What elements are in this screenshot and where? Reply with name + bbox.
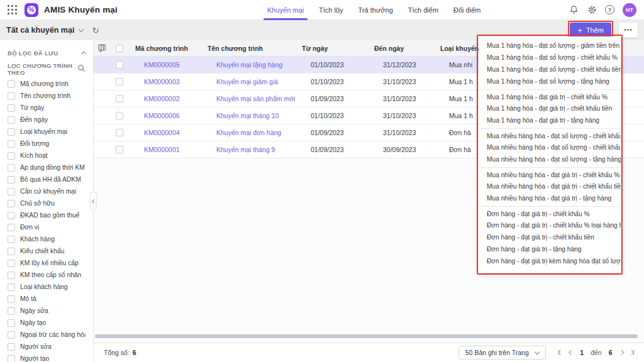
checkbox[interactable] [8,80,15,88]
column-settings-icon[interactable] [94,44,110,52]
nav-tab[interactable]: Tích lũy [319,0,343,20]
column-header-from[interactable]: Từ ngày [296,45,368,52]
filter-item[interactable]: Mô tả [0,293,93,305]
first-page-button[interactable] [558,350,563,355]
checkbox[interactable] [8,128,15,136]
filter-item[interactable]: Đơn vị [0,221,93,233]
checkbox[interactable] [8,283,15,291]
saved-filters-section[interactable]: BỘ LỌC ĐÃ LƯU [0,45,93,61]
view-title[interactable]: Tất cả khuyến mại [6,26,74,35]
dropdown-item[interactable]: Mua 1 hàng hóa - đạt số lượng - tặng hàn… [479,75,621,87]
checkbox[interactable] [8,307,15,315]
filter-item[interactable]: Người sửa [0,341,93,353]
checkbox[interactable] [8,164,15,172]
checkbox[interactable] [8,188,15,195]
nav-tab[interactable]: Trả thưởng [358,0,393,20]
checkbox[interactable] [8,116,15,124]
search-icon[interactable] [77,64,86,74]
row-name-link[interactable]: Khuyến mại đơn hàng [201,129,296,136]
checkbox[interactable] [8,260,15,267]
filter-item[interactable]: Mã chương trình [0,78,93,90]
row-name-link[interactable]: Khuyến mại sản phẩm mới [201,95,296,102]
filter-item[interactable]: Khách hàng [0,233,93,245]
checkbox[interactable] [8,355,15,362]
row-name-link[interactable]: Khuyến mại tháng 9 [201,146,296,153]
row-code-link[interactable]: KM0000005 [129,61,201,69]
dropdown-item[interactable]: Mua nhiều hàng hóa - đạt số lượng - chiế… [479,141,621,153]
checkbox[interactable] [8,176,15,184]
filter-item[interactable]: Ngoại trừ các hàng hóa [0,329,93,341]
filter-item[interactable]: Tên chương trình [0,90,93,102]
dropdown-item[interactable]: Đơn hàng - đạt giá trị kèm hàng hóa đạt … [479,255,621,267]
filter-item[interactable]: Từ ngày [0,102,93,114]
apps-grid-icon[interactable] [8,5,17,14]
checkbox[interactable] [8,248,15,255]
row-name-link[interactable]: Khuyến mại tháng 10 [201,112,296,119]
checkbox[interactable] [8,152,15,160]
refresh-icon[interactable]: ↻ [92,26,99,35]
dropdown-item[interactable]: Đơn hàng - đạt giá trị - chiết khấu tiền [479,231,621,243]
filter-item[interactable]: Ngày tạo [0,317,93,329]
column-header-name[interactable]: Tên chương trình [201,45,296,52]
dropdown-item[interactable]: Mua 1 hàng hóa - đạt số lượng - giảm tiề… [479,40,621,52]
horizontal-scrollbar[interactable] [95,334,638,338]
row-code-link[interactable]: KM0000006 [129,112,201,119]
filter-item[interactable]: Kiểu chiết khấu [0,245,93,257]
dropdown-item[interactable]: Mua nhiều hàng hóa - đạt giá trị - chiết… [479,167,621,180]
filter-by-section[interactable]: LỌC CHƯƠNG TRÌNH THEO [0,61,93,77]
checkbox[interactable] [8,343,15,351]
filter-item[interactable]: Áp dụng đồng thời KM khác [0,162,93,173]
nav-tab[interactable]: Tích điểm [408,0,438,20]
checkbox[interactable] [8,92,15,100]
checkbox[interactable] [8,140,15,148]
checkbox[interactable] [8,200,15,207]
dropdown-item[interactable]: Mua nhiều hàng hóa - đạt số lượng - chiế… [479,128,621,141]
filter-item[interactable]: Loại khuyến mại [0,126,93,138]
filter-item[interactable]: Người tạo [0,353,93,362]
dropdown-item[interactable]: Mua 1 hàng hóa - đạt giá trị - chiết khấ… [479,89,621,102]
dropdown-item[interactable]: Mua nhiều hàng hóa - đạt giá trị - tặng … [479,192,621,204]
gear-icon[interactable] [587,5,597,15]
row-checkbox[interactable] [110,95,129,102]
checkbox[interactable] [8,295,15,303]
dropdown-item[interactable]: Mua nhiều hàng hóa - đạt giá trị - chiết… [479,180,621,192]
filter-item[interactable]: Căn cứ khuyến mại [0,185,93,197]
checkbox[interactable] [8,224,15,231]
row-checkbox[interactable] [110,78,129,85]
row-code-link[interactable]: KM0000003 [129,78,201,85]
dropdown-item[interactable]: Đơn hàng - đạt giá trị - chiết khấu % [479,206,621,219]
filter-item[interactable]: Loại khách hàng [0,281,93,293]
row-checkbox[interactable] [110,112,129,119]
row-checkbox[interactable] [110,129,129,136]
column-header-to[interactable]: Đến ngày [368,45,434,52]
filter-item[interactable]: KM lũy kế nhiều cấp [0,257,93,269]
checkbox[interactable] [8,331,15,339]
filter-item[interactable]: Đối tượng [0,138,93,150]
nav-tab[interactable]: Khuyến mại [267,0,304,20]
checkbox[interactable] [8,104,15,112]
checkbox[interactable] [8,272,15,279]
row-name-link[interactable]: Khuyến mại tặng hàng [201,61,296,69]
filter-item[interactable]: ĐKAD bao gồm thuế [0,209,93,221]
filter-item[interactable]: Bỏ qua HH đã ADKM [0,173,93,185]
dropdown-item[interactable]: Mua 1 hàng hóa - đạt giá trị - tặng hàng [479,114,621,126]
dropdown-item[interactable]: Mua 1 hàng hóa - đạt giá trị - chiết khấ… [479,102,621,114]
help-icon[interactable]: ? [605,5,614,14]
filter-item[interactable]: Kích hoạt [0,150,93,162]
chevron-down-icon[interactable] [79,27,84,32]
bell-icon[interactable] [569,5,579,15]
row-code-link[interactable]: KM0000004 [129,129,201,136]
page-size-select[interactable]: 50 Bản ghi trên Trang [458,346,546,359]
filter-item[interactable]: Chủ sở hữu [0,197,93,209]
column-header-code[interactable]: Mã chương trình [129,45,201,52]
filter-item[interactable]: Ngày sửa [0,305,93,317]
next-page-button[interactable] [619,351,623,354]
row-code-link[interactable]: KM0000001 [129,146,201,153]
filter-item[interactable]: Đến ngày [0,114,93,126]
nav-tab[interactable]: Đổi điểm [453,0,480,20]
dropdown-item[interactable]: Mua nhiều hàng hóa - đạt số lượng - tặng… [479,153,621,165]
row-checkbox[interactable] [110,146,129,153]
row-checkbox[interactable] [110,61,129,69]
row-code-link[interactable]: KM0000002 [129,95,201,102]
checkbox[interactable] [8,319,15,327]
